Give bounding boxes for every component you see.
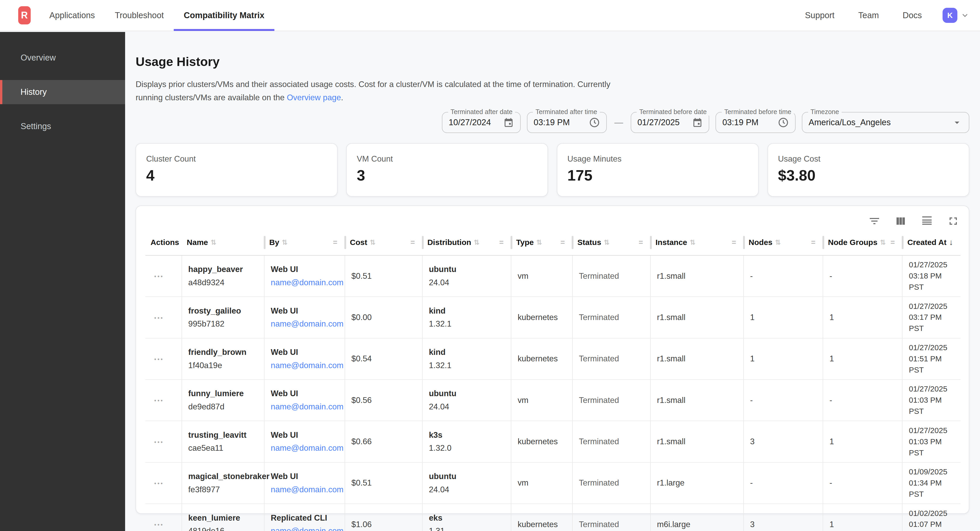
chevron-down-icon[interactable] (960, 10, 970, 20)
nav-right: Support Team Docs K (793, 8, 970, 23)
tab-troubleshoot[interactable]: Troubleshoot (105, 0, 174, 31)
nav-link-support[interactable]: Support (793, 11, 846, 20)
avatar[interactable]: K (943, 8, 958, 23)
top-nav: R Applications Troubleshoot Compatibilit… (0, 0, 980, 31)
nav-link-team[interactable]: Team (846, 11, 891, 20)
replicated-logo-icon[interactable]: R (18, 6, 31, 24)
tab-applications[interactable]: Applications (39, 0, 105, 31)
nav-tabs: Applications Troubleshoot Compatibility … (39, 0, 274, 31)
nav-link-docs[interactable]: Docs (891, 11, 934, 20)
tab-compatibility-matrix[interactable]: Compatibility Matrix (174, 0, 274, 31)
